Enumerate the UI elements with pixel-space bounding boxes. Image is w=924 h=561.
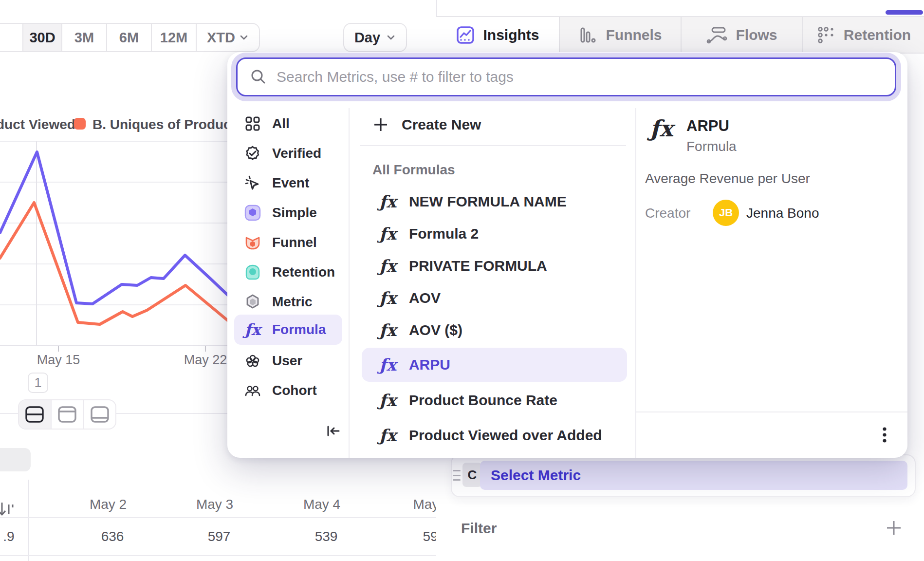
formula-item-product-viewed-over-added[interactable]: ƒxProduct Viewed over Added	[362, 418, 627, 452]
layout-top-bar-button[interactable]	[51, 400, 83, 429]
funnel-shield-icon	[244, 234, 261, 251]
sidebar-item-cohort[interactable]: Cohort	[234, 376, 342, 405]
metric-search-dropdown: Search Metrics, use # to filter to tags …	[227, 52, 907, 458]
split-horizontal-icon	[25, 406, 44, 423]
formula-item-aov[interactable]: ƒxAOV	[362, 281, 627, 315]
formula-item-product-bounce-rate[interactable]: ƒxProduct Bounce Rate	[362, 383, 627, 417]
sort-icon[interactable]	[0, 500, 16, 519]
create-new-divider	[360, 145, 626, 146]
detail-title: ARPU	[686, 117, 729, 135]
kebab-menu-icon[interactable]	[878, 425, 891, 445]
series-a-line[interactable]	[0, 152, 229, 304]
detail-footer-divider	[636, 411, 907, 412]
sidebar-item-verified[interactable]: Verified	[234, 139, 342, 168]
detail-description: Average Revenue per User	[645, 171, 810, 187]
app-screen: 30D 3M 6M 12M XTD Day duct Viewed B. Uni…	[0, 0, 924, 561]
sidebar-item-all[interactable]: All	[234, 110, 342, 138]
table-header-may2[interactable]: May 2	[90, 497, 127, 512]
layout-split-horizontal-button[interactable]	[19, 400, 51, 429]
report-tabbar: Insights Funnels Flows	[436, 16, 924, 54]
table-header-may4[interactable]: May 4	[303, 497, 340, 512]
search-placeholder: Search Metrics, use # to filter to tags	[277, 69, 514, 85]
table-header-may3[interactable]: May 3	[196, 497, 233, 512]
line-chart[interactable]	[0, 131, 230, 360]
formula-fx-icon: ƒx	[379, 288, 396, 308]
formula-item-formula-2[interactable]: ƒxFormula 2	[362, 217, 627, 251]
detail-panel-divider	[635, 108, 636, 458]
verified-badge-icon	[244, 145, 261, 162]
bottom-bar-icon	[90, 406, 110, 423]
sidebar-divider	[349, 108, 350, 458]
sidebar-item-user[interactable]: User	[234, 347, 342, 375]
tab-flows[interactable]: Flows	[681, 17, 802, 53]
formula-item-private-formula[interactable]: ƒxPRIVATE FORMULA	[362, 249, 627, 283]
x-axis-label-may15: May 15	[37, 353, 80, 368]
dot-grid-icon	[816, 25, 836, 45]
line-chart-icon	[456, 25, 475, 45]
formula-fx-icon: ƒx	[379, 256, 396, 276]
formula-item-aov-dollar[interactable]: ƒxAOV ($)	[362, 313, 627, 347]
time-range-partial-button[interactable]	[0, 24, 22, 51]
collapsed-side-tab[interactable]	[0, 448, 31, 471]
simple-hexagon-icon	[244, 204, 261, 222]
tab-insights[interactable]: Insights	[436, 17, 559, 54]
tab-retention[interactable]: Retention	[802, 17, 924, 53]
select-metric-button[interactable]: Select Metric	[480, 461, 907, 490]
chart-gridlines	[0, 141, 230, 352]
sidebar-item-retention[interactable]: Retention	[234, 258, 342, 286]
time-range-3m-button[interactable]: 3M	[61, 24, 106, 51]
report-tabs-region: Insights Funnels Flows	[436, 0, 924, 52]
tab-funnels[interactable]: Funnels	[559, 17, 681, 53]
table-header-may-partial[interactable]: May	[413, 497, 436, 512]
formula-fx-icon: ƒx	[379, 224, 396, 243]
metric-hexagon-icon	[244, 293, 261, 311]
time-range-12m-button[interactable]: 12M	[151, 24, 196, 51]
event-cursor-icon	[244, 174, 261, 192]
drag-handle-icon[interactable]	[453, 470, 461, 481]
cohort-people-icon	[244, 382, 261, 399]
retention-circle-icon	[244, 263, 261, 281]
time-range-group: 30D 3M 6M 12M XTD	[0, 23, 260, 52]
chevron-down-icon	[386, 33, 396, 42]
table-frozen-column-divider	[28, 480, 29, 561]
avatar: JB	[713, 200, 739, 226]
time-range-30d-button[interactable]: 30D	[22, 24, 61, 51]
metric-position-badge: C	[462, 463, 482, 487]
formula-section-header: All Formulas	[372, 162, 455, 178]
sidebar-item-event[interactable]: Event	[234, 169, 342, 197]
table-cell-may3: 597	[208, 529, 231, 544]
formula-item-new-formula-name[interactable]: ƒxNEW FORMULA NAME	[362, 185, 627, 219]
layout-toggle-group	[18, 399, 116, 430]
formula-fx-icon: ƒx	[379, 192, 396, 211]
time-range-6m-button[interactable]: 6M	[106, 24, 151, 51]
sidebar-item-simple[interactable]: Simple	[234, 199, 342, 227]
user-cluster-icon	[244, 352, 261, 370]
metric-search-input[interactable]: Search Metrics, use # to filter to tags	[236, 57, 896, 96]
layout-bottom-bar-button[interactable]	[83, 400, 115, 429]
time-range-xtd-button[interactable]: XTD	[196, 24, 259, 51]
table-row-divider	[0, 555, 436, 556]
detail-type: Formula	[686, 139, 737, 154]
formula-fx-icon: ƒx	[379, 426, 396, 445]
creator-name: Jenna Bono	[746, 206, 819, 221]
search-icon	[249, 68, 268, 86]
plus-icon	[372, 116, 389, 133]
table-cell-may-partial: 59	[423, 529, 436, 544]
legend-series-b-swatch	[74, 118, 86, 130]
legend-series-a-label[interactable]: duct Viewed	[0, 117, 75, 132]
create-new-button[interactable]: Create New	[362, 110, 627, 140]
sidebar-item-formula[interactable]: ƒx Formula	[234, 315, 342, 345]
page-number-box[interactable]: 1	[28, 373, 48, 393]
sidebar-item-metric[interactable]: Metric	[234, 288, 342, 316]
table-cell-may4: 539	[315, 529, 338, 544]
filter-section-label: Filter	[461, 520, 497, 537]
flow-stream-icon	[706, 25, 728, 45]
collapse-sidebar-icon[interactable]	[325, 422, 342, 440]
chevron-down-icon	[239, 33, 249, 42]
sidebar-item-funnel[interactable]: Funnel	[234, 228, 342, 257]
active-tab-indicator	[886, 10, 923, 15]
granularity-dropdown[interactable]: Day	[343, 23, 407, 52]
table-cell-partial-left: .9	[3, 529, 14, 544]
formula-item-arpu[interactable]: ƒxARPU	[362, 348, 627, 382]
add-filter-button[interactable]	[884, 518, 904, 538]
